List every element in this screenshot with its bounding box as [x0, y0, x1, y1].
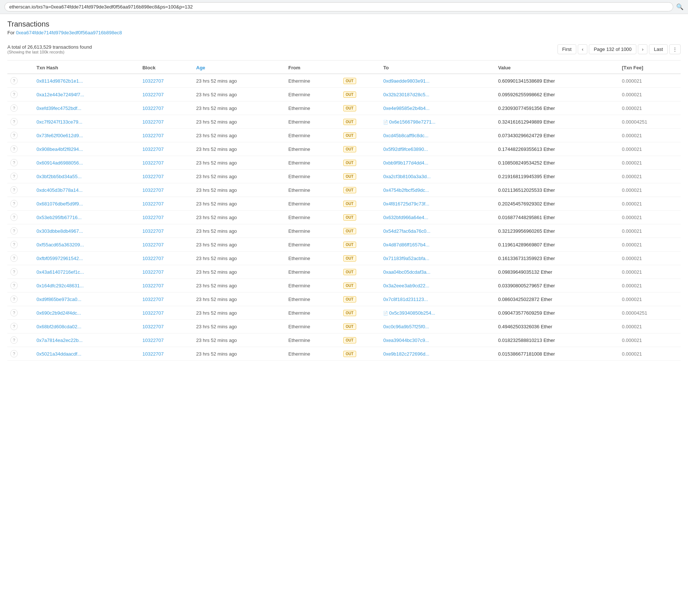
tx-info-icon[interactable]: ? — [10, 145, 18, 153]
block-link[interactable]: 10322707 — [142, 215, 164, 220]
tx-info-icon[interactable]: ? — [10, 118, 18, 125]
to-address-link[interactable]: 0xcd45b8caff9c8dc... — [383, 133, 428, 138]
to-address-link[interactable]: 0x54d27fac6da76c0... — [383, 228, 430, 234]
more-options-button[interactable]: ⋮ — [669, 44, 681, 54]
to-address-link[interactable]: 0x71183f9a52acbfa... — [383, 256, 429, 261]
tx-info-icon[interactable]: ? — [10, 282, 18, 289]
col-age[interactable]: Age — [193, 62, 285, 74]
tx-hash-link[interactable]: 0xd9f865be973ca0... — [37, 297, 81, 302]
tx-info-icon[interactable]: ? — [10, 350, 18, 357]
block-cell: 10322707 — [139, 333, 193, 347]
last-page-button[interactable]: Last — [649, 44, 668, 54]
tx-hash-link[interactable]: 0xa12e443e72494f7... — [37, 92, 84, 97]
tx-info-icon[interactable]: ? — [10, 159, 18, 166]
block-link[interactable]: 10322707 — [142, 338, 164, 343]
to-address-link[interactable]: 0x4f816725d79c73f... — [383, 201, 429, 207]
tx-hash-link[interactable]: 0x303dbbe8db4967... — [37, 228, 83, 234]
block-link[interactable]: 10322707 — [142, 256, 164, 261]
tx-info-icon[interactable]: ? — [10, 104, 18, 112]
tx-hash-link[interactable]: 0x53eb295fb67716... — [37, 215, 81, 220]
tx-hash-link[interactable]: 0x681076dbef5d9f9... — [37, 201, 83, 207]
tx-info-icon[interactable]: ? — [10, 200, 18, 207]
to-address-link[interactable]: 0xbb9f9b177d4dd4... — [383, 160, 428, 166]
tx-hash-link[interactable]: 0x7a7814ea2ec22b... — [37, 338, 83, 343]
tx-info-icon[interactable]: ? — [10, 323, 18, 330]
tx-hash-link[interactable]: 0x43a61407216ef1c... — [37, 269, 84, 275]
block-link[interactable]: 10322707 — [142, 310, 164, 316]
block-link[interactable]: 10322707 — [142, 146, 164, 152]
tx-info-icon[interactable]: ? — [10, 268, 18, 276]
to-address-link[interactable]: 0xa2cf3b8100a3a3d... — [383, 174, 431, 179]
tx-info-icon[interactable]: ? — [10, 132, 18, 139]
tx-info-icon[interactable]: ? — [10, 336, 18, 344]
block-link[interactable]: 10322707 — [142, 105, 164, 111]
tx-hash-link[interactable]: 0x3bf2bb5bd34a55... — [37, 174, 81, 179]
to-address-link[interactable]: 0xe4e98585e2b4b4... — [383, 105, 430, 111]
to-address-link[interactable]: 0x3a2eee3ab9cd22... — [383, 283, 429, 288]
tx-hash-link[interactable]: 0x60914ad6988056... — [37, 160, 83, 166]
tx-info-icon[interactable]: ? — [10, 91, 18, 98]
block-link[interactable]: 10322707 — [142, 174, 164, 179]
block-link[interactable]: 10322707 — [142, 92, 164, 97]
out-badge: OUT — [343, 105, 356, 111]
block-link[interactable]: 10322707 — [142, 228, 164, 234]
block-link[interactable]: 10322707 — [142, 119, 164, 125]
address-link[interactable]: 0xea674fdde714fd979de3edf0f56aa9716b898e… — [16, 30, 122, 35]
to-address-link[interactable]: 0x4754b2fbcf5d9dc... — [383, 187, 429, 193]
tx-info-icon[interactable]: ? — [10, 227, 18, 235]
to-cell: 0x5f92df9fce63890... — [380, 142, 495, 156]
block-link[interactable]: 10322707 — [142, 351, 164, 357]
to-address-link[interactable]: 0x632bfd966a64e4... — [383, 215, 428, 220]
block-link[interactable]: 10322707 — [142, 283, 164, 288]
to-address-link[interactable]: 0xaa04bc05dcdaf3a... — [383, 269, 430, 275]
tx-hash-link[interactable]: 0x690c2b9d24f4dc... — [37, 310, 81, 316]
to-address-link[interactable]: 0xc0c96a9b57f25f0... — [383, 324, 429, 329]
to-address-link[interactable]: 0xe9b182c272696d... — [383, 351, 429, 357]
to-address-link[interactable]: 0x6e1566798e7271... — [389, 119, 435, 125]
tx-hash-link[interactable]: 0x68bf2d608cda02... — [37, 324, 81, 329]
tx-info-icon[interactable]: ? — [10, 214, 18, 221]
to-address-link[interactable]: 0xea39044bc307c9... — [383, 338, 429, 343]
tx-hash-link[interactable]: 0xc7f9247f133ce79... — [37, 119, 82, 125]
block-link[interactable]: 10322707 — [142, 201, 164, 207]
to-address-link[interactable]: 0x32b230187d28c5... — [383, 92, 429, 97]
next-page-button[interactable]: › — [638, 44, 647, 54]
block-link[interactable]: 10322707 — [142, 187, 164, 193]
block-link[interactable]: 10322707 — [142, 133, 164, 138]
first-page-button[interactable]: First — [557, 44, 576, 54]
tx-hash-link[interactable]: 0x8114d98762b1e1... — [37, 78, 83, 84]
block-link[interactable]: 10322707 — [142, 297, 164, 302]
tx-info-icon[interactable]: ? — [10, 255, 18, 262]
tx-hash-link[interactable]: 0x5021a34ddaacdf... — [37, 351, 81, 357]
prev-page-button[interactable]: ‹ — [578, 44, 587, 54]
tx-hash-link[interactable]: 0x908bea4bf2f8294... — [37, 146, 83, 152]
to-address-link[interactable]: 0x4d87d86ff1657b4... — [383, 242, 430, 248]
tx-info-icon[interactable]: ? — [10, 241, 18, 248]
table-row: ?0x3bf2bb5bd34a55...1032270723 hrs 52 mi… — [7, 170, 681, 183]
tx-info-icon[interactable]: ? — [10, 295, 18, 303]
block-link[interactable]: 10322707 — [142, 324, 164, 329]
url-bar[interactable]: etherscan.io/txs?a=0xea674fdde714fd979de… — [4, 2, 673, 11]
tx-hash-link[interactable]: 0x164dfc292c48631... — [37, 283, 84, 288]
tx-hash-link[interactable]: 0x73fe62f00e612d9... — [37, 133, 83, 138]
tx-info-icon[interactable]: ? — [10, 186, 18, 194]
tx-hash-link[interactable]: 0xdc405d3b778a14... — [37, 187, 83, 193]
block-link[interactable]: 10322707 — [142, 269, 164, 275]
tx-info-icon[interactable]: ? — [10, 173, 18, 180]
block-link[interactable]: 10322707 — [142, 160, 164, 166]
block-cell: 10322707 — [139, 320, 193, 333]
tx-info-icon[interactable]: ? — [10, 309, 18, 316]
tx-info-icon[interactable]: ? — [10, 77, 18, 84]
browser-search-button[interactable]: 🔍 — [676, 3, 684, 10]
block-link[interactable]: 10322707 — [142, 78, 164, 84]
tx-hash-link[interactable]: 0xf55acd65a363209... — [37, 242, 84, 248]
tx-hash-link[interactable]: 0xefd39fec4752bdf... — [37, 105, 81, 111]
to-address-link[interactable]: 0x5f92df9fce63890... — [383, 146, 428, 152]
to-address-link[interactable]: 0x5c39340850b254... — [389, 310, 435, 316]
tx-hash-link[interactable]: 0xfbf059972961542... — [37, 256, 83, 261]
value-cell: 0.119614289669807 Ether — [495, 238, 619, 252]
to-address-link[interactable]: 0x7c8f181d231123... — [383, 297, 428, 302]
to-address-link[interactable]: 0xd9aedde9803e91... — [383, 78, 430, 84]
col-icon — [7, 62, 34, 74]
block-link[interactable]: 10322707 — [142, 242, 164, 248]
